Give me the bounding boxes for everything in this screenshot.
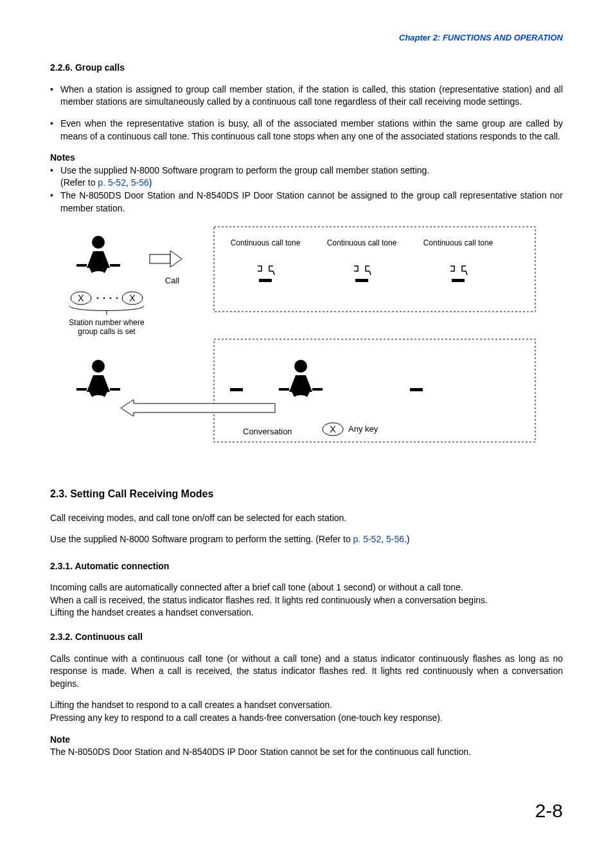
cct-label: Continuous call tone <box>327 238 397 247</box>
svg-point-8 <box>110 297 112 299</box>
bullet-marker: • <box>50 164 60 190</box>
svg-point-9 <box>116 297 118 299</box>
group-call-diagram: Call X X Station number where group call… <box>50 224 538 468</box>
svg-point-6 <box>97 297 99 299</box>
call-label: Call <box>165 276 180 285</box>
refer-post: ) <box>149 177 152 188</box>
text: Use the supplied N-8000 Software program… <box>50 534 353 544</box>
note-text: The N-8050DS Door Station and N-8540DS I… <box>50 746 563 759</box>
note-item: • The N-8050DS Door Station and N-8540DS… <box>50 190 563 215</box>
paragraph: Calls continue with a continuous call to… <box>50 653 563 691</box>
paragraph: Lifting the handset creates a handset co… <box>50 607 563 619</box>
paragraph: Use the supplied N-8000 Software program… <box>50 533 563 546</box>
note-text: The N-8050DS Door Station and N-8540DS I… <box>60 190 563 215</box>
note-text: Use the supplied N-8000 Software program… <box>60 164 563 190</box>
bullet-marker: • <box>50 84 60 109</box>
sep: , <box>381 534 386 544</box>
bullet-text: Even when the representative station is … <box>60 118 563 143</box>
bullet-marker: • <box>50 190 60 215</box>
sep: , <box>126 177 131 188</box>
any-key-label: Any key <box>348 424 378 434</box>
page-link[interactable]: 5-56 <box>386 534 404 544</box>
x-key: X <box>129 293 136 303</box>
bullet-item: • Even when the representative station i… <box>50 118 563 143</box>
refer-pre: (Refer to <box>60 177 98 188</box>
page-link[interactable]: p. 5-52 <box>98 177 126 188</box>
paragraph: Call receiving modes, and call tone on/o… <box>50 512 563 525</box>
heading-2-3-2: 2.3.2. Continuous call <box>50 631 563 644</box>
svg-rect-4 <box>150 254 170 263</box>
station-caption-l1: Station number where <box>69 318 145 327</box>
paragraph: Incoming calls are automatically connect… <box>50 581 563 594</box>
svg-rect-14 <box>410 388 423 391</box>
heading-2-3-1: 2.3.1. Automatic connection <box>50 560 563 573</box>
chapter-header: Chapter 2: FUNCTIONS AND OPERATION <box>50 32 563 44</box>
cct-label: Continuous call tone <box>423 238 493 247</box>
page-link[interactable]: p. 5-52 <box>353 534 382 544</box>
note-heading: Note <box>50 734 563 747</box>
x-key: X <box>330 424 336 434</box>
text: .) <box>404 534 410 544</box>
paragraph: When a call is received, the status indi… <box>50 594 563 607</box>
heading-2-2-6: 2.2.6. Group calls <box>50 62 563 75</box>
note1-text: Use the supplied N-8000 Software program… <box>60 165 429 175</box>
notes-heading: Notes <box>50 152 563 164</box>
bullet-text: When a station is assigned to group call… <box>60 84 563 109</box>
bullet-marker: • <box>50 118 60 143</box>
station-caption-l2: group calls is set <box>78 327 136 336</box>
cct-label: Continuous call tone <box>231 238 301 247</box>
svg-rect-13 <box>230 388 243 391</box>
x-key: X <box>78 293 84 303</box>
paragraph: Lifting the handset to respond to a call… <box>50 699 563 712</box>
page-link[interactable]: 5-56 <box>131 177 149 188</box>
page-number: 2-8 <box>50 797 563 824</box>
svg-point-7 <box>103 297 105 299</box>
conversation-label: Conversation <box>243 427 292 436</box>
bullet-item: • When a station is assigned to group ca… <box>50 84 563 109</box>
heading-2-3: 2.3. Setting Call Receiving Modes <box>50 487 563 501</box>
note-item: • Use the supplied N-8000 Software progr… <box>50 164 563 190</box>
paragraph: Pressing any key to respond to a call cr… <box>50 712 563 725</box>
